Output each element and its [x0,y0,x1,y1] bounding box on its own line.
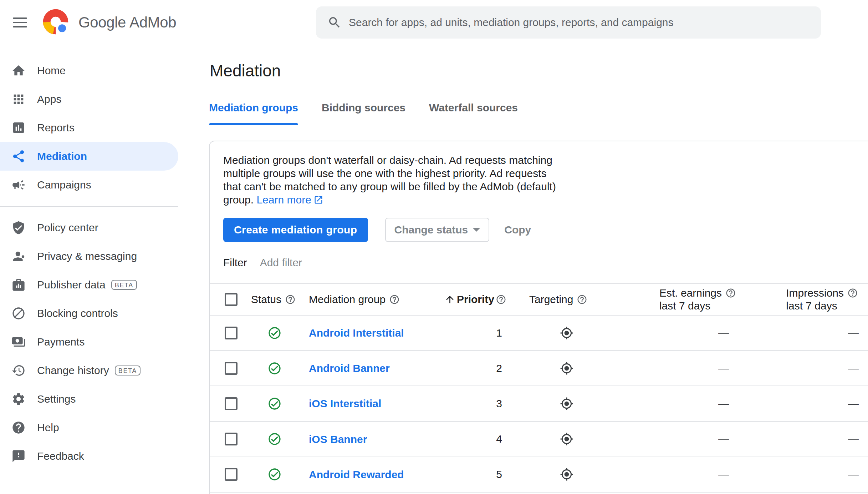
sidebar-item-feedback[interactable]: Feedback [0,442,178,470]
change-history-icon [11,363,26,378]
admob-app: GoogleAdMob Home Apps Reports Mediation … [0,0,868,494]
mediation-group-link[interactable]: Android Rewarded [309,469,404,480]
learn-more-link[interactable]: Learn more [256,194,323,206]
mediation-group-link[interactable]: Android Interstitial [309,327,404,339]
impressions-value: — [737,433,868,445]
status-enabled-icon [251,467,309,482]
sidebar-item-payments[interactable]: Payments [0,328,178,356]
help-icon[interactable] [496,294,506,305]
help-icon[interactable] [847,288,858,298]
blocking-controls-icon [11,306,26,321]
help-icon[interactable] [725,288,736,298]
reports-icon [11,121,26,135]
page-title: Mediation [210,60,868,81]
table-header-row: Status Mediation group Priority Targetin… [210,283,868,316]
targeting-icon[interactable] [506,326,638,340]
help-icon[interactable] [285,294,296,305]
chevron-down-icon [473,228,480,232]
main-content: Mediation Mediation groups Bidding sourc… [209,45,868,494]
sidebar-item-help[interactable]: Help [0,413,178,442]
targeting-icon[interactable] [506,397,638,410]
impressions-value: — [737,468,868,480]
sidebar-item-reports[interactable]: Reports [0,114,178,142]
help-icon[interactable] [389,294,400,305]
mediation-group-link[interactable]: Android Banner [309,362,390,374]
search-bar[interactable] [316,6,821,39]
targeting-icon[interactable] [506,362,638,375]
table-row: iOS Banner 4 — — [210,422,868,457]
row-checkbox[interactable] [225,397,238,410]
priority-value: 3 [444,398,506,410]
row-checkbox[interactable] [225,433,238,445]
sidebar-item-label: Home [37,65,66,77]
help-icon [11,420,26,435]
tab-mediation-groups[interactable]: Mediation groups [209,101,298,125]
priority-value: 4 [444,433,506,445]
description-text: Mediation groups don't waterfall or dais… [223,153,558,206]
sidebar-item-apps[interactable]: Apps [0,85,178,114]
mediation-group-link[interactable]: iOS Interstitial [309,398,381,409]
admob-logo[interactable]: GoogleAdMob [41,8,176,37]
tab-bar: Mediation groups Bidding sources Waterfa… [209,101,868,125]
table-row: Android Interstitial 1 — — [210,316,868,351]
copy-button[interactable]: Copy [504,224,531,236]
privacy-messaging-icon [11,249,26,263]
table-row: Android Banner 2 — — [210,351,868,386]
est-earnings-column-header: Est. earnings last 7 days [638,287,737,312]
sidebar-item-blocking-controls[interactable]: Blocking controls [0,299,178,328]
feedback-icon [11,449,26,463]
settings-icon [11,392,26,406]
filter-label: Filter [223,257,247,269]
tab-waterfall-sources[interactable]: Waterfall sources [429,101,518,125]
sidebar-item-publisher-data[interactable]: Publisher data BETA [0,271,178,299]
status-enabled-icon [251,432,309,446]
sidebar-item-label: Apps [37,93,61,105]
impressions-value: — [737,327,868,339]
action-buttons: Create mediation group Change status Cop… [223,218,868,242]
targeting-icon[interactable] [506,468,638,481]
est-earnings-value: — [638,398,737,410]
sidebar-item-change-history[interactable]: Change history BETA [0,356,178,385]
logo-text: GoogleAdMob [78,14,176,31]
impressions-column-header: Impressions last 7 days [737,287,868,312]
sidebar-item-campaigns[interactable]: Campaigns [0,171,178,199]
sidebar: Home Apps Reports Mediation Campaigns Po… [0,45,209,494]
search-input[interactable] [347,16,821,29]
mediation-group-link[interactable]: iOS Banner [309,433,367,445]
impressions-value: — [737,398,868,410]
sidebar-item-label: Feedback [37,450,84,462]
status-enabled-icon [251,361,309,375]
est-earnings-value: — [638,362,737,374]
select-all-checkbox[interactable] [225,293,238,306]
sidebar-item-label: Publisher data [37,279,106,291]
row-checkbox[interactable] [225,362,238,375]
sidebar-item-settings[interactable]: Settings [0,385,178,413]
sidebar-item-home[interactable]: Home [0,56,178,85]
row-checkbox[interactable] [225,327,238,339]
sort-ascending-icon [444,294,455,305]
create-mediation-group-button[interactable]: Create mediation group [223,218,368,242]
sidebar-item-policy-center[interactable]: Policy center [0,213,178,242]
sidebar-item-privacy-messaging[interactable]: Privacy & messaging [0,242,178,271]
row-checkbox[interactable] [225,468,238,481]
sidebar-item-label: Mediation [37,150,87,162]
policy-center-icon [11,221,26,235]
est-earnings-value: — [638,433,737,445]
menu-button[interactable] [11,14,29,31]
sidebar-item-label: Blocking controls [37,307,118,319]
priority-value: 2 [444,362,506,374]
targeting-column-header: Targeting [506,293,638,306]
beta-badge: BETA [111,280,137,290]
status-enabled-icon [251,397,309,411]
help-icon[interactable] [577,294,587,305]
priority-column-header[interactable]: Priority [444,293,506,306]
table-row: iOS Interstitial 3 — — [210,386,868,422]
priority-value: 5 [444,468,506,480]
est-earnings-value: — [638,327,737,339]
sidebar-item-mediation[interactable]: Mediation [0,142,178,171]
targeting-icon[interactable] [506,432,638,446]
add-filter-button[interactable]: Add filter [260,257,302,269]
beta-badge: BETA [115,366,141,375]
tab-bidding-sources[interactable]: Bidding sources [322,101,405,125]
change-status-button[interactable]: Change status [385,218,490,242]
